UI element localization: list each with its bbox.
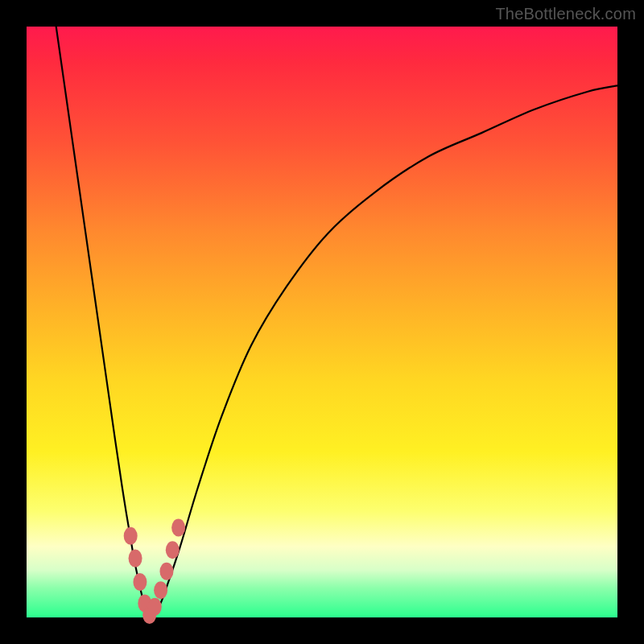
- chart-frame: TheBottleneck.com: [0, 0, 644, 644]
- chart-svg: [27, 27, 617, 617]
- highlight-dot: [171, 518, 185, 536]
- plot-area: [27, 27, 617, 617]
- highlight-dot: [124, 527, 138, 545]
- watermark-text: TheBottleneck.com: [495, 5, 636, 23]
- highlight-dot: [166, 541, 180, 559]
- highlight-dot: [129, 550, 142, 568]
- highlight-dot: [133, 573, 147, 591]
- bottleneck-curve: [56, 27, 617, 617]
- highlight-dots: [124, 518, 185, 624]
- highlight-dot: [148, 598, 162, 616]
- highlight-dot: [154, 581, 167, 599]
- highlight-dot: [159, 563, 173, 580]
